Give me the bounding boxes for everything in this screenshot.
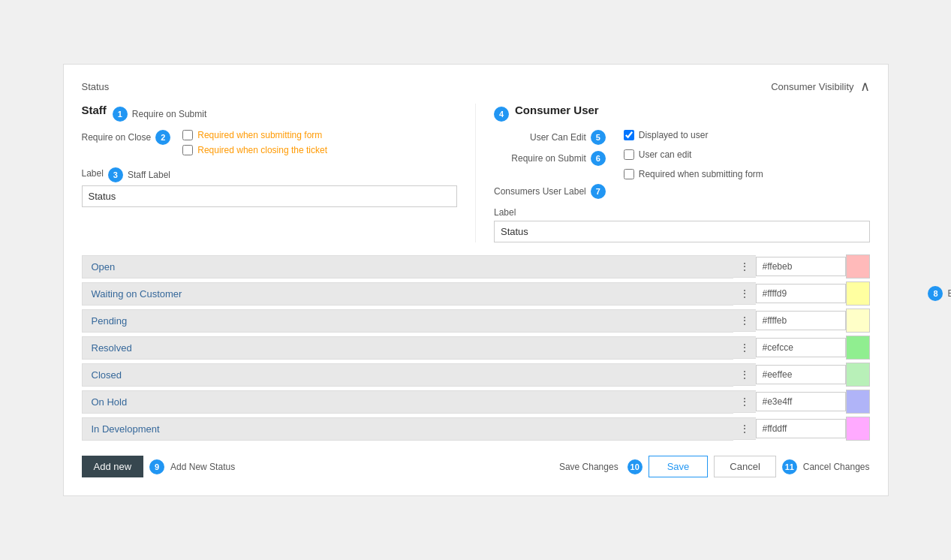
color-swatch-pending[interactable] — [846, 309, 870, 333]
consumer-label-section: Label — [494, 206, 870, 242]
consumer-check-displayed: Displayed to user — [624, 130, 763, 140]
badge-9: 9 — [149, 459, 164, 474]
consumer-section: 4 Consumer User User Can Edit 5 Require … — [476, 104, 870, 242]
consumer-check-require-submit: Required when submitting form — [624, 169, 763, 179]
staff-title-row: Staff 1 Require on Submit — [82, 104, 458, 124]
consumer-top-rows: User Can Edit 5 Require on Submit 6 Cons… — [494, 130, 870, 199]
checkbox-consumer-require-submit[interactable] — [624, 169, 634, 179]
staff-label-input[interactable] — [82, 185, 458, 207]
visibility-label: Consumer Visibility — [771, 81, 853, 92]
user-can-edit-row: User Can Edit 5 — [530, 130, 606, 145]
annotation-11-label: Cancel Changes — [803, 462, 870, 472]
color-swatch-on-hold[interactable] — [846, 390, 870, 414]
consumer-title: Consumer User — [515, 104, 599, 116]
badge-5: 5 — [591, 130, 606, 145]
check-user-edit-label: User can edit — [639, 149, 692, 160]
status-dots-pending[interactable]: ⋮ — [733, 309, 756, 332]
checkbox-label-2: Required when closing the ticket — [197, 145, 327, 155]
staff-title: Staff — [82, 104, 107, 116]
badge-8: 8 — [928, 286, 943, 301]
bottom-bar: Add new 9 Add New Status Save Changes 10… — [82, 456, 870, 477]
status-dots-on-hold[interactable]: ⋮ — [733, 390, 756, 413]
staff-check-row-1: Required when submitting form — [182, 130, 327, 140]
status-dots-resolved[interactable]: ⋮ — [733, 336, 756, 359]
collapse-button[interactable]: ∧ — [860, 78, 870, 95]
bg-color-label: Background Color — [947, 288, 951, 299]
color-input-pending[interactable] — [756, 311, 846, 330]
color-input-in-development[interactable] — [756, 419, 846, 438]
color-swatch-closed[interactable] — [846, 363, 870, 387]
color-swatch-resolved[interactable] — [846, 336, 870, 360]
color-input-on-hold[interactable] — [756, 392, 846, 411]
status-row-pending: Pending ⋮ — [82, 309, 870, 333]
badge-1: 1 — [113, 107, 128, 122]
color-swatch-waiting[interactable] — [846, 282, 870, 306]
user-can-edit-label: User Can Edit — [530, 132, 586, 143]
annotation-1: 1 Require on Submit — [113, 107, 206, 122]
status-row-on-hold: On Hold ⋮ — [82, 390, 870, 414]
add-new-area: Add new 9 Add New Status — [82, 456, 236, 477]
main-panel: Status Consumer Visibility ∧ Staff 1 Req… — [63, 64, 889, 496]
cancel-button[interactable]: Cancel — [714, 456, 775, 477]
badge-7: 7 — [591, 184, 606, 199]
checkbox-displayed[interactable] — [624, 130, 634, 140]
status-name-resolved: Resolved — [82, 336, 733, 360]
require-submit-row: Require on Submit 6 — [511, 151, 605, 166]
status-dots-closed[interactable]: ⋮ — [733, 363, 756, 386]
status-dots-open[interactable]: ⋮ — [733, 255, 756, 278]
status-row-closed: Closed ⋮ — [82, 363, 870, 387]
save-button[interactable]: Save — [649, 456, 709, 477]
staff-section: Staff 1 Require on Submit Require on Clo… — [82, 104, 477, 242]
status-name-open: Open — [82, 255, 733, 278]
checkbox-required-submitting[interactable] — [182, 130, 193, 140]
add-new-button[interactable]: Add new — [82, 456, 144, 477]
status-row-open: Open ⋮ — [82, 254, 870, 278]
status-row-resolved: Resolved ⋮ — [82, 336, 870, 360]
consumer-title-row: 4 Consumer User — [494, 104, 870, 124]
status-dots-in-development[interactable]: ⋮ — [733, 417, 756, 440]
color-input-resolved[interactable] — [756, 338, 846, 357]
status-dots-waiting[interactable]: ⋮ — [733, 282, 756, 305]
consumer-checkboxes-col: Displayed to user User can edit Required… — [624, 130, 763, 199]
status-name-in-development: In Development — [82, 417, 733, 441]
check-displayed-label: Displayed to user — [639, 130, 709, 140]
label-title-consumer: Label — [494, 207, 516, 218]
badge-10: 10 — [627, 459, 643, 474]
save-cancel-area: Save Changes 10 Save Cancel 11 Cancel Ch… — [559, 456, 870, 477]
checkbox-label-1: Required when submitting form — [197, 130, 322, 140]
annotation-3-label: Staff Label — [128, 170, 170, 180]
consumer-label-input[interactable] — [494, 221, 870, 242]
staff-check-row-2: Required when closing the ticket — [182, 145, 327, 155]
badge-3: 3 — [108, 167, 123, 182]
top-section: Staff 1 Require on Submit Require on Clo… — [82, 104, 870, 242]
color-swatch-in-development[interactable] — [846, 417, 870, 441]
color-input-open[interactable] — [756, 257, 846, 276]
consumers-user-label-row: Consumers User Label 7 — [494, 184, 606, 199]
annotation-1-label: Require on Submit — [132, 109, 206, 119]
badge-6: 6 — [591, 151, 606, 166]
status-name-on-hold: On Hold — [82, 390, 733, 414]
status-row-waiting: Waiting on Customer ⋮ 8 Background Color — [82, 282, 870, 306]
status-row-in-development: In Development ⋮ — [82, 417, 870, 441]
color-swatch-open[interactable] — [846, 254, 870, 278]
require-on-close-label: Require on Close — [82, 132, 152, 143]
annotation-9-label: Add New Status — [170, 462, 235, 472]
consumer-labels-col: User Can Edit 5 Require on Submit 6 Cons… — [494, 130, 606, 199]
label-title-staff: Label — [82, 168, 104, 179]
status-name-waiting: Waiting on Customer — [82, 282, 733, 306]
section-label: Status — [82, 81, 110, 92]
require-on-close-area: Require on Close 2 Required when submitt… — [82, 130, 458, 160]
color-input-closed[interactable] — [756, 365, 846, 384]
status-name-pending: Pending — [82, 309, 733, 333]
checkbox-required-closing[interactable] — [182, 145, 193, 155]
save-changes-label: Save Changes — [559, 462, 618, 472]
color-input-waiting[interactable] — [756, 284, 846, 303]
status-list: Open ⋮ Waiting on Customer ⋮ 8 Backgroun… — [82, 254, 870, 441]
consumers-user-label: Consumers User Label — [494, 186, 586, 197]
badge-11: 11 — [782, 459, 797, 474]
staff-label-section: Label 3 Staff Label — [82, 167, 458, 207]
checkbox-user-edit[interactable] — [624, 149, 634, 160]
badge-2: 2 — [155, 130, 170, 145]
require-submit-label: Require on Submit — [511, 153, 585, 164]
check-require-submit-label: Required when submitting form — [639, 169, 763, 179]
